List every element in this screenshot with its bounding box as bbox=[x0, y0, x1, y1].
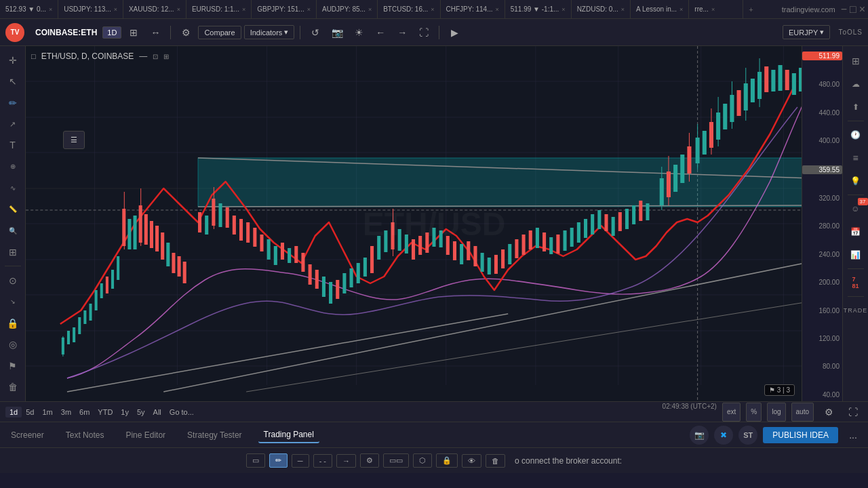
ideas-button[interactable]: 💡 bbox=[846, 171, 865, 190]
rectangle-draw-button[interactable]: ▭ bbox=[246, 453, 265, 468]
dashed-draw-button[interactable]: - - bbox=[313, 454, 332, 468]
social-button[interactable]: ☺ 37 bbox=[846, 199, 865, 218]
eye-draw-button[interactable]: 👁 bbox=[462, 454, 481, 468]
settings-button[interactable]: ⚙ bbox=[176, 23, 195, 42]
strategy-tester-tab[interactable]: Strategy Tester bbox=[182, 428, 247, 443]
trade-button[interactable]: TRADE bbox=[846, 301, 865, 320]
ext-button[interactable]: ext bbox=[722, 403, 741, 422]
calendar-button[interactable]: 📅 bbox=[846, 222, 865, 241]
delete-drawings[interactable]: 🗑 bbox=[3, 378, 22, 395]
tab-item[interactable]: EURUSD: 1:1... × bbox=[186, 0, 252, 18]
tab-close-icon[interactable]: × bbox=[679, 6, 683, 13]
close-button[interactable]: × bbox=[859, 3, 865, 16]
timerange-5d-button[interactable]: 5d bbox=[22, 407, 38, 418]
cursor-tool[interactable]: ✛ bbox=[3, 52, 22, 68]
snapshot-button[interactable]: 📷 bbox=[328, 23, 347, 42]
timerange-1m-button[interactable]: 1m bbox=[39, 407, 57, 418]
tab-close-icon[interactable]: × bbox=[242, 6, 245, 13]
shape-draw-button[interactable]: ▭▭ bbox=[383, 453, 409, 468]
percent-button[interactable]: % bbox=[746, 403, 762, 422]
line-draw-button[interactable]: ─ bbox=[292, 454, 309, 468]
tab-item[interactable]: 512.93 ▼ 0... × bbox=[0, 0, 58, 18]
screener-tab[interactable]: Screener bbox=[5, 428, 50, 443]
tab-item[interactable]: XAUUSD: 12... × bbox=[123, 0, 186, 18]
tab-item[interactable]: 511.99 ▼ -1:1... × bbox=[505, 0, 572, 18]
st-button[interactable]: ST bbox=[738, 426, 757, 445]
arrow-draw-button[interactable]: → bbox=[336, 454, 356, 468]
tab-close-icon[interactable]: × bbox=[114, 6, 117, 13]
share-button[interactable]: ⬆ bbox=[846, 98, 865, 117]
timerange-all-button[interactable]: All bbox=[149, 407, 165, 418]
trading-panel-tab[interactable]: Trading Panel bbox=[258, 427, 319, 443]
timerange-3m-button[interactable]: 3m bbox=[57, 407, 75, 418]
tab-item[interactable]: GBPJPY: 151... × bbox=[252, 0, 317, 18]
tab-item[interactable]: BTCUSD: 16... × bbox=[378, 0, 440, 18]
poly-draw-button[interactable]: ⬡ bbox=[413, 453, 432, 468]
minimize-button[interactable]: − bbox=[841, 3, 847, 16]
arrow-btn[interactable]: ↔ bbox=[146, 23, 165, 42]
tab-close-icon[interactable]: × bbox=[307, 6, 311, 13]
pencil-draw-button[interactable]: ✏ bbox=[269, 453, 288, 468]
lock-draw-button[interactable]: 🔒 bbox=[436, 453, 458, 468]
timerange-ytd-button[interactable]: YTD bbox=[94, 407, 117, 418]
twitter-button[interactable]: ✖ bbox=[714, 426, 733, 445]
arrow-right-button[interactable]: → bbox=[393, 23, 412, 42]
pair-selector[interactable]: EURJPY ▾ bbox=[783, 25, 830, 39]
compare-button[interactable]: Compare bbox=[198, 26, 241, 39]
hide-drawings[interactable]: ◎ bbox=[3, 336, 22, 353]
tab-item[interactable]: A Lesson in... × bbox=[631, 0, 689, 18]
pine-editor-tab[interactable]: Pine Editor bbox=[120, 428, 171, 443]
trend-tool[interactable]: ↗ bbox=[3, 115, 22, 132]
timeframe-1d-button[interactable]: 1D bbox=[102, 26, 121, 39]
timerange-5y-button[interactable]: 5y bbox=[133, 407, 149, 418]
tab-item[interactable]: AUDJPY: 85... × bbox=[317, 0, 378, 18]
measure-ruler[interactable]: 📏 bbox=[3, 201, 22, 218]
chart-options-icon[interactable]: ⊡ bbox=[153, 53, 158, 60]
chart-camera-icon[interactable]: ⊞ bbox=[163, 53, 169, 60]
stay-in-drawing[interactable]: ↘ bbox=[3, 293, 22, 310]
tab-close-icon[interactable]: × bbox=[621, 6, 625, 13]
data-button[interactable]: 📊 bbox=[846, 245, 865, 264]
add-tab-button[interactable]: + bbox=[743, 5, 758, 14]
fit-button[interactable]: ⛶ bbox=[844, 403, 863, 422]
tab-item[interactable]: USDJPY: 113... × bbox=[58, 0, 123, 18]
tab-close-icon[interactable]: × bbox=[49, 6, 52, 13]
magnet-tool[interactable]: ⊙ bbox=[3, 272, 22, 289]
camera-share-button[interactable]: 📷 bbox=[690, 426, 709, 445]
pine-script-button[interactable]: 781 bbox=[846, 273, 865, 292]
tab-close-icon[interactable]: × bbox=[368, 6, 372, 13]
text-notes-tab[interactable]: Text Notes bbox=[60, 428, 110, 443]
tab-close-icon[interactable]: × bbox=[431, 6, 434, 13]
text-tool-sidebar[interactable]: T bbox=[3, 137, 22, 154]
fullscreen-button[interactable]: ⛶ bbox=[414, 23, 433, 42]
settings-draw-button[interactable]: ⚙ bbox=[360, 453, 379, 468]
tab-item[interactable]: NZDUSD: 0... × bbox=[572, 0, 631, 18]
timerange-1y-button[interactable]: 1y bbox=[117, 407, 133, 418]
goto-button[interactable]: Go to... bbox=[165, 407, 198, 418]
watchlist-icon[interactable]: ⊞ bbox=[3, 243, 22, 260]
pattern-tool[interactable]: ∿ bbox=[3, 180, 22, 197]
tab-close-icon[interactable]: × bbox=[561, 6, 565, 13]
layout-button[interactable]: ⊞ bbox=[846, 52, 865, 70]
timerange-1d-button[interactable]: 1d bbox=[5, 407, 22, 418]
timerange-6m-button[interactable]: 6m bbox=[75, 407, 94, 418]
tab-item[interactable]: CHFJPY: 114... × bbox=[441, 0, 505, 18]
tab-close-icon[interactable]: × bbox=[177, 6, 180, 13]
tab-close-icon[interactable]: × bbox=[711, 6, 715, 13]
tab-close-icon[interactable]: × bbox=[495, 6, 498, 13]
arrow-tool[interactable]: ↖ bbox=[3, 73, 22, 89]
trash-draw-button[interactable]: 🗑 bbox=[486, 454, 505, 468]
play-button[interactable]: ▶ bbox=[445, 23, 464, 42]
notes-button[interactable]: ≡ bbox=[846, 148, 865, 167]
sun-button[interactable]: ☀ bbox=[349, 23, 368, 42]
replay-button[interactable]: ↺ bbox=[306, 23, 325, 42]
time-settings-button[interactable]: ⚙ bbox=[819, 403, 838, 422]
cloud-save-button[interactable]: ☁ bbox=[846, 75, 865, 94]
flag-sidebar-icon[interactable]: ⚑ bbox=[3, 357, 22, 374]
arrow-left-button[interactable]: ← bbox=[371, 23, 390, 42]
log-button[interactable]: log bbox=[767, 403, 785, 422]
maximize-button[interactable]: □ bbox=[850, 3, 856, 16]
indicators-button[interactable]: Indicators ▾ bbox=[244, 25, 295, 39]
tab-item[interactable]: rre... × bbox=[689, 0, 743, 18]
auto-button[interactable]: auto bbox=[791, 403, 814, 422]
